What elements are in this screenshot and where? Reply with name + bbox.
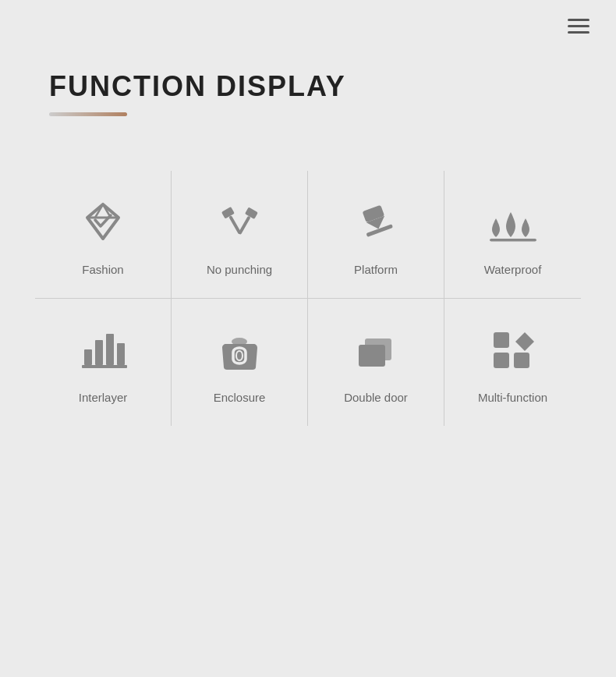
svg-rect-8 xyxy=(490,239,536,242)
hamburger-line-2 xyxy=(568,25,589,27)
feature-cell-waterproof: Waterproof xyxy=(444,171,581,299)
feature-cell-fashion: Fashion xyxy=(35,171,172,299)
interlayer-icon xyxy=(76,322,130,377)
svg-marker-18 xyxy=(515,332,534,351)
double-door-label: Double door xyxy=(344,391,408,404)
platform-label: Platform xyxy=(354,263,398,276)
waterproof-icon xyxy=(486,194,540,249)
feature-cell-platform: Platform xyxy=(308,171,444,299)
fashion-icon xyxy=(76,194,130,249)
svg-rect-11 xyxy=(106,334,114,365)
svg-rect-17 xyxy=(494,332,509,348)
svg-marker-0 xyxy=(87,204,119,239)
feature-cell-multi-function: Multi-function xyxy=(444,299,581,426)
enclosure-label: Enclosure xyxy=(214,391,266,404)
multi-function-icon xyxy=(486,322,540,377)
svg-rect-4 xyxy=(238,216,250,236)
fashion-label: Fashion xyxy=(82,263,123,276)
svg-rect-1 xyxy=(221,207,234,219)
interlayer-label: Interlayer xyxy=(79,391,128,404)
feature-cell-no-punching: No punching xyxy=(172,171,308,299)
waterproof-label: Waterproof xyxy=(484,263,542,276)
svg-rect-3 xyxy=(244,207,257,219)
hamburger-menu-button[interactable] xyxy=(565,16,593,37)
enclosure-icon xyxy=(212,322,267,377)
svg-rect-12 xyxy=(117,343,125,365)
header-section: FUNCTION DISPLAY xyxy=(0,0,616,140)
svg-rect-19 xyxy=(494,353,509,368)
svg-rect-16 xyxy=(359,345,385,367)
platform-icon xyxy=(349,194,403,249)
hamburger-line-1 xyxy=(568,19,589,21)
svg-point-14 xyxy=(232,338,247,346)
page-title: FUNCTION DISPLAY xyxy=(49,70,567,103)
svg-rect-10 xyxy=(95,340,103,365)
svg-rect-13 xyxy=(82,365,127,368)
no-punching-label: No punching xyxy=(207,263,272,276)
feature-cell-interlayer: Interlayer xyxy=(35,299,172,426)
svg-rect-20 xyxy=(514,353,529,368)
multi-function-label: Multi-function xyxy=(478,391,547,404)
hamburger-line-3 xyxy=(568,31,589,34)
feature-cell-enclosure: Enclosure xyxy=(172,299,308,426)
features-grid: Fashion No punching xyxy=(35,171,581,426)
svg-rect-9 xyxy=(84,349,92,365)
no-punching-icon xyxy=(212,194,267,249)
double-door-icon xyxy=(349,322,403,377)
feature-cell-double-door: Double door xyxy=(308,299,444,426)
title-underline xyxy=(49,112,127,116)
